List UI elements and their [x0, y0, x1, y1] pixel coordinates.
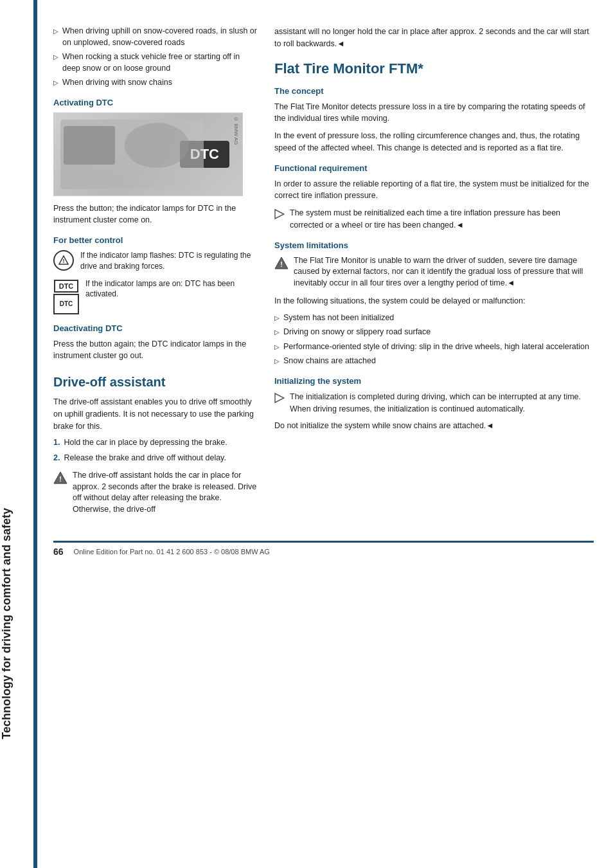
bullet-text: When rocking a stuck vehicle free or sta…	[62, 51, 259, 74]
drive-off-warning-text: The drive-off assistant holds the car in…	[73, 470, 259, 515]
step-item: 1. Hold the car in place by depressing t…	[53, 437, 259, 449]
concept-header: The concept	[274, 86, 594, 96]
limit-text: Driving on snowy or slippery road surfac…	[283, 327, 431, 338]
step-number: 1.	[53, 437, 60, 449]
bullet-icon: ▷	[274, 343, 280, 352]
bullet-item: ▷ When driving with snow chains	[53, 77, 259, 89]
limit-text: System has not been initialized	[283, 312, 394, 324]
system-limits-warning-text: The Flat Tire Monitor is unable to warn …	[294, 255, 594, 289]
left-column: ▷ When driving uphill on snow-covered ro…	[53, 26, 259, 521]
svg-text:!: !	[59, 475, 62, 483]
control-text-1: If the indicator lamp flashes: DTC is re…	[80, 250, 259, 272]
warning-circle-icon: !	[53, 250, 74, 271]
main-content: ▷ When driving uphill on snow-covered ro…	[37, 0, 613, 868]
drive-off-steps: 1. Hold the car in place by depressing t…	[53, 437, 259, 464]
svg-marker-7	[275, 393, 284, 402]
bullet-icon: ▷	[53, 27, 58, 36]
init-note-icon	[274, 393, 285, 405]
system-limits-warning: ! The Flat Tire Monitor is unable to war…	[274, 255, 594, 289]
note-triangle-icon	[274, 209, 285, 221]
sidebar-text: Technology for driving comfort and safet…	[0, 508, 33, 739]
bullet-icon: ▷	[53, 78, 58, 87]
flat-tire-title: Flat Tire Monitor FTM*	[274, 60, 594, 77]
concept-text1: The Flat Tire Monitor detects pressure l…	[274, 101, 594, 125]
intro-bullets: ▷ When driving uphill on snow-covered ro…	[53, 26, 259, 89]
page-footer: 66 Online Edition for Part no. 01 41 2 6…	[53, 541, 594, 557]
system-limits-intro: In the following situations, the system …	[274, 295, 594, 307]
step-text: Release the brake and drive off without …	[64, 453, 226, 464]
step-number: 2.	[53, 453, 60, 464]
dtc-label-box: DTC	[54, 280, 79, 293]
control-text-2: If the indicator lamps are on: DTC has b…	[85, 278, 259, 300]
dtc-image: DTC © BMW AG	[53, 113, 243, 196]
system-limits-bullets: ▷ System has not been initialized ▷ Driv…	[274, 312, 594, 367]
init-system-header: Initializing the system	[274, 376, 594, 386]
functional-req-note: The system must be reinitialized each ti…	[274, 207, 594, 231]
page-number: 66	[53, 547, 64, 557]
functional-req-text: In order to assure the reliable reportin…	[274, 178, 594, 203]
activating-dtc-caption: Press the button; the indicator lamps fo…	[53, 203, 259, 227]
right-column: assistant will no longer hold the car in…	[274, 26, 594, 521]
bullet-icon: ▷	[53, 53, 58, 62]
control-row-2: DTC DTC If the indicator lamps are on: D…	[53, 278, 259, 314]
step-item: 2. Release the brake and drive off witho…	[53, 453, 259, 464]
activating-dtc-header: Activating DTC	[53, 98, 259, 107]
concept-text2: In the event of pressure loss, the rolli…	[274, 130, 594, 154]
page-container: Technology for driving comfort and safet…	[0, 0, 613, 868]
init-note-text: The initialization is completed during d…	[290, 391, 594, 415]
drive-off-intro: The drive-off assistant enables you to d…	[53, 396, 259, 432]
drive-off-title: Drive-off assistant	[53, 375, 259, 390]
limit-text: Snow chains are attached	[283, 356, 376, 367]
svg-text:!: !	[280, 260, 283, 268]
better-control-header: For better control	[53, 235, 259, 245]
warning-triangle-icon: !	[53, 471, 67, 515]
step-text: Hold the car in place by depressing the …	[64, 437, 227, 449]
init-note: The initialization is completed during d…	[274, 391, 594, 415]
bullet-text: When driving with snow chains	[62, 77, 172, 89]
warning-triangle-icon2: !	[274, 257, 289, 289]
svg-text:!: !	[63, 258, 65, 264]
bullet-icon: ▷	[274, 357, 280, 366]
init-text: Do not initialize the system while snow …	[274, 420, 594, 432]
limit-text: Performance-oriented style of driving: s…	[283, 341, 589, 353]
two-col-layout: ▷ When driving uphill on snow-covered ro…	[53, 26, 594, 521]
sidebar: Technology for driving comfort and safet…	[0, 0, 33, 868]
system-limits-header: System limitations	[274, 240, 594, 250]
dtc-image-inner: DTC © BMW AG	[54, 113, 242, 195]
bullet-icon: ▷	[274, 314, 280, 323]
drive-off-warning: ! The drive-off assistant holds the car …	[53, 470, 259, 515]
deactivating-dtc-header: Deactivating DTC	[53, 323, 259, 333]
bullet-item: ▷ When driving uphill on snow-covered ro…	[53, 26, 259, 48]
limit-bullet: ▷ System has not been initialized	[274, 312, 594, 324]
deactivating-dtc-text: Press the button again; the DTC indicato…	[53, 338, 259, 363]
footer-text: Online Edition for Part no. 01 41 2 600 …	[74, 548, 270, 556]
dtc-slash-box: DTC	[53, 294, 79, 314]
drive-off-continued: assistant will no longer hold the car in…	[274, 26, 594, 50]
limit-bullet: ▷ Performance-oriented style of driving:…	[274, 341, 594, 353]
functional-req-note-text: The system must be reinitialized each ti…	[290, 207, 594, 231]
limit-bullet: ▷ Snow chains are attached	[274, 356, 594, 367]
functional-req-header: Functional requirement	[274, 163, 594, 173]
bullet-icon: ▷	[274, 328, 280, 337]
bullet-text: When driving uphill on snow-covered road…	[62, 26, 259, 48]
bullet-item: ▷ When rocking a stuck vehicle free or s…	[53, 51, 259, 74]
control-row-1: ! If the indicator lamp flashes: DTC is …	[53, 250, 259, 272]
svg-marker-4	[275, 210, 284, 219]
limit-bullet: ▷ Driving on snowy or slippery road surf…	[274, 327, 594, 338]
